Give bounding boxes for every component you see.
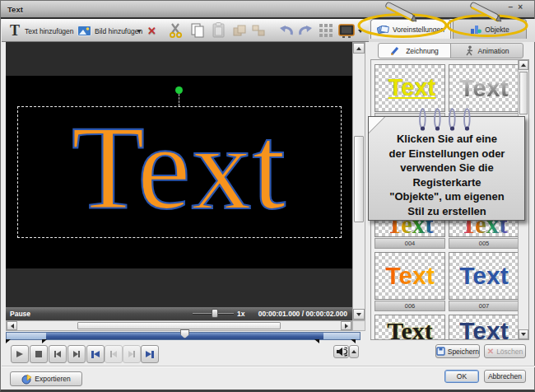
animation-icon [465, 45, 474, 57]
preset-thumb-text: Text [387, 317, 433, 340]
video-frame: Text [6, 76, 352, 268]
preset-item-008[interactable]: Text 008 [374, 315, 445, 340]
preset-thumb-text: Text [459, 74, 508, 102]
toolbar: T Text hinzufügen Bild hinzufügen ✕ [2, 19, 369, 42]
redo-icon[interactable] [298, 25, 313, 36]
speed-slider-thumb[interactable] [212, 309, 218, 318]
timecode: 00:00:01.000 / 00:00:02.000 [258, 310, 347, 318]
selection-rect[interactable] [17, 106, 342, 238]
export-icon [21, 374, 32, 385]
hscroll-thumb[interactable] [77, 322, 281, 329]
rotation-handle-line [179, 94, 179, 106]
stop-button[interactable] [30, 345, 48, 363]
ok-label: OK [457, 372, 467, 380]
scroll-corner [352, 320, 365, 331]
export-button[interactable]: Exportieren [10, 371, 82, 386]
preview-hscrollbar[interactable] [6, 320, 352, 331]
scroll-left-icon[interactable] [7, 321, 17, 330]
save-button[interactable]: Speichern [435, 344, 480, 358]
preset-item-007[interactable]: Text 007 [449, 252, 519, 311]
display-dropdown-icon[interactable] [358, 30, 363, 33]
add-text-button[interactable]: Text hinzufügen [25, 27, 74, 35]
prev-scene-button[interactable] [105, 345, 123, 363]
add-text-icon[interactable]: T [10, 22, 20, 40]
preview-vscrollbar[interactable] [352, 42, 365, 320]
presets-icon [377, 24, 389, 35]
preset-item-006[interactable]: Text 006 [374, 252, 445, 311]
text-dialog: Text –× T Text hinzufügen Bild hinzufüge… [0, 0, 535, 392]
preset-thumb-text: Text [459, 262, 508, 290]
delete-label: Löschen [496, 348, 523, 356]
list-scroll-down-icon[interactable] [519, 329, 528, 339]
stop-icon [35, 351, 42, 357]
save-label: Speichern [448, 348, 479, 356]
display-icon[interactable] [338, 24, 355, 38]
delete-object-icon[interactable]: ✕ [147, 25, 156, 37]
scroll-down-icon[interactable] [353, 309, 365, 320]
subtab-zeichnung-label: Zeichnung [406, 47, 439, 55]
delete-button[interactable]: ✕Löschen [484, 344, 526, 358]
callout-fold [369, 117, 385, 133]
cut-icon[interactable] [169, 23, 184, 38]
vscroll-thumb[interactable] [354, 136, 364, 222]
go-end-button[interactable] [141, 345, 159, 363]
drawing-icon [390, 45, 402, 56]
bottom-separator [2, 366, 535, 367]
copy-icon[interactable] [191, 23, 205, 38]
trim-end-icon[interactable] [351, 339, 356, 343]
volume-dropdown-button[interactable] [349, 345, 359, 358]
callout-text: Klicken Sie auf eine der Einstellungen o… [372, 132, 522, 218]
tab-objekte[interactable]: Objekte [453, 19, 527, 39]
trim-start-icon[interactable] [6, 339, 11, 343]
undo-icon[interactable] [279, 25, 294, 36]
play-button[interactable] [11, 345, 29, 363]
cancel-label: Abbrechen [488, 372, 522, 380]
ok-button[interactable]: OK [444, 370, 479, 383]
add-image-dropdown-icon[interactable] [137, 30, 142, 33]
playback-status: Pause [10, 310, 30, 318]
callout-pins [417, 104, 483, 135]
cancel-button[interactable]: Abbrechen [484, 370, 526, 383]
preview-viewport[interactable]: Text [6, 42, 352, 307]
trim-in-icon[interactable] [42, 339, 47, 343]
speed-value: 1x [237, 310, 244, 318]
prev-frame-button[interactable] [49, 345, 67, 363]
delete-icon: ✕ [487, 347, 494, 356]
preset-label: 005 [449, 238, 519, 249]
playback-status-bar: Pause 1x 00:00:01.000 / 00:00:02.000 [6, 307, 352, 320]
window-buttons: –× [509, 2, 528, 12]
minimize-icon[interactable]: – [509, 2, 519, 12]
rotation-handle[interactable] [175, 86, 183, 94]
objects-icon [470, 24, 482, 35]
group-icon[interactable] [233, 25, 246, 36]
subtab-zeichnung[interactable]: Zeichnung [378, 43, 451, 58]
next-frame-button[interactable] [67, 345, 86, 363]
list-scroll-up-icon[interactable] [519, 60, 528, 70]
preset-label: 004 [374, 238, 445, 249]
grid-icon[interactable] [319, 24, 333, 37]
preset-label: 007 [449, 301, 519, 311]
volume-button[interactable] [333, 345, 349, 358]
close-icon[interactable]: × [518, 2, 528, 12]
tab-voreinstellungen-label: Voreinstellungen [393, 26, 444, 34]
subtab-animation-label: Animation [478, 47, 509, 55]
trim-out-icon[interactable] [314, 339, 319, 343]
ungroup-icon[interactable] [252, 25, 265, 36]
preset-item-009[interactable]: Text 009 [449, 315, 519, 340]
next-scene-button[interactable] [123, 345, 141, 363]
tab-objekte-label: Objekte [485, 26, 509, 34]
speaker-icon [336, 347, 347, 357]
window-title: Text [7, 5, 23, 14]
scroll-right-icon[interactable] [341, 321, 351, 330]
subtab-animation[interactable]: Animation [450, 43, 523, 58]
tab-voreinstellungen[interactable]: Voreinstellungen [370, 19, 451, 39]
save-icon [436, 347, 445, 356]
preset-thumb-text: Text [385, 262, 434, 290]
add-image-icon[interactable] [77, 26, 91, 36]
paste-icon[interactable] [212, 22, 225, 38]
list-scroll-thumb[interactable] [519, 72, 528, 114]
scroll-up-icon[interactable] [353, 43, 365, 54]
go-start-button[interactable] [86, 345, 105, 363]
add-image-button[interactable]: Bild hinzufügen [95, 27, 142, 35]
title-bar: Text –× [1, 1, 534, 19]
